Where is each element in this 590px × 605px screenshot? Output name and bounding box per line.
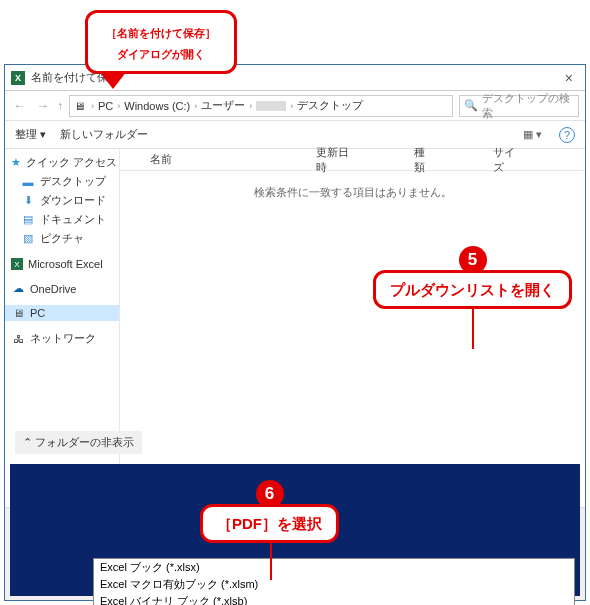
col-date[interactable]: 更新日時 (316, 145, 414, 175)
sidebar-item-pictures[interactable]: ▧ピクチャ (5, 229, 119, 248)
breadcrumb-item[interactable]: デスクトップ (297, 98, 363, 113)
column-headers: 名前 更新日時 種類 サイズ (120, 149, 585, 171)
empty-message: 検索条件に一致する項目はありません。 (120, 171, 585, 200)
callout-text: ダイアログが開く (117, 48, 205, 60)
navigation-bar: ← → ↑ 🖥 ›PC ›Windows (C:) ›ユーザー › ›デスクトッ… (5, 91, 585, 121)
breadcrumb-item[interactable]: ユーザー (201, 98, 245, 113)
sidebar-quick-access[interactable]: ★クイック アクセス (5, 153, 119, 172)
pc-icon: 🖥 (74, 100, 85, 112)
close-button[interactable]: × (559, 70, 579, 86)
sidebar-onedrive[interactable]: ☁OneDrive (5, 280, 119, 297)
picture-icon: ▧ (21, 232, 35, 245)
desktop-icon: ▬ (21, 176, 35, 188)
pc-icon: 🖥 (11, 307, 25, 319)
search-icon: 🔍 (464, 99, 478, 112)
sidebar-item-documents[interactable]: ▤ドキュメント (5, 210, 119, 229)
download-icon: ⬇ (21, 194, 35, 207)
search-placeholder: デスクトップの検索 (482, 91, 574, 121)
col-size[interactable]: サイズ (493, 145, 585, 175)
col-type[interactable]: 種類 (414, 145, 493, 175)
filetype-option[interactable]: Excel バイナリ ブック (*.xlsb) (94, 593, 574, 605)
forward-button[interactable]: → (34, 98, 51, 113)
filetype-option[interactable]: Excel ブック (*.xlsx) (94, 559, 574, 576)
hide-folders-link[interactable]: ⌃ フォルダーの非表示 (15, 431, 142, 454)
callout-step-5: 5 プルダウンリストを開く (373, 246, 572, 349)
filetype-options-list[interactable]: Excel ブック (*.xlsx)Excel マクロ有効ブック (*.xlsm… (93, 558, 575, 605)
col-name[interactable]: 名前 (150, 152, 316, 167)
callout-pointer (99, 71, 127, 89)
up-button[interactable]: ↑ (57, 99, 63, 113)
star-icon: ★ (11, 156, 21, 169)
document-icon: ▤ (21, 213, 35, 226)
breadcrumb-item[interactable] (256, 101, 286, 111)
back-button[interactable]: ← (11, 98, 28, 113)
callout-text: プルダウンリストを開く (373, 270, 572, 309)
sidebar-pc[interactable]: 🖥PC (5, 305, 119, 321)
callout-text: ［PDF］を選択 (200, 504, 339, 543)
sidebar-excel[interactable]: XMicrosoft Excel (5, 256, 119, 272)
excel-icon: X (11, 71, 25, 85)
excel-icon: X (11, 258, 23, 270)
sidebar-network[interactable]: 🖧ネットワーク (5, 329, 119, 348)
callout-step-6: 6 ［PDF］を選択 (200, 480, 339, 543)
breadcrumb[interactable]: 🖥 ›PC ›Windows (C:) ›ユーザー › ›デスクトップ (69, 95, 453, 117)
network-icon: 🖧 (11, 333, 25, 345)
sidebar-item-desktop[interactable]: ▬デスクトップ (5, 172, 119, 191)
callout-dialog-open: ［名前を付けて保存］ ダイアログが開く (85, 10, 237, 89)
search-input[interactable]: 🔍 デスクトップの検索 (459, 95, 579, 117)
callout-text: ［名前を付けて保存］ (106, 27, 216, 39)
filetype-option[interactable]: Excel マクロ有効ブック (*.xlsm) (94, 576, 574, 593)
sidebar-item-downloads[interactable]: ⬇ダウンロード (5, 191, 119, 210)
view-icon[interactable]: ▦ ▾ (520, 128, 545, 141)
callout-line (472, 307, 474, 349)
help-button[interactable]: ? (559, 127, 575, 143)
breadcrumb-item[interactable]: PC (98, 100, 113, 112)
callout-line (270, 542, 272, 580)
organize-button[interactable]: 整理 ▾ (15, 127, 46, 142)
new-folder-button[interactable]: 新しいフォルダー (60, 127, 148, 142)
breadcrumb-item[interactable]: Windows (C:) (124, 100, 190, 112)
cloud-icon: ☁ (11, 282, 25, 295)
